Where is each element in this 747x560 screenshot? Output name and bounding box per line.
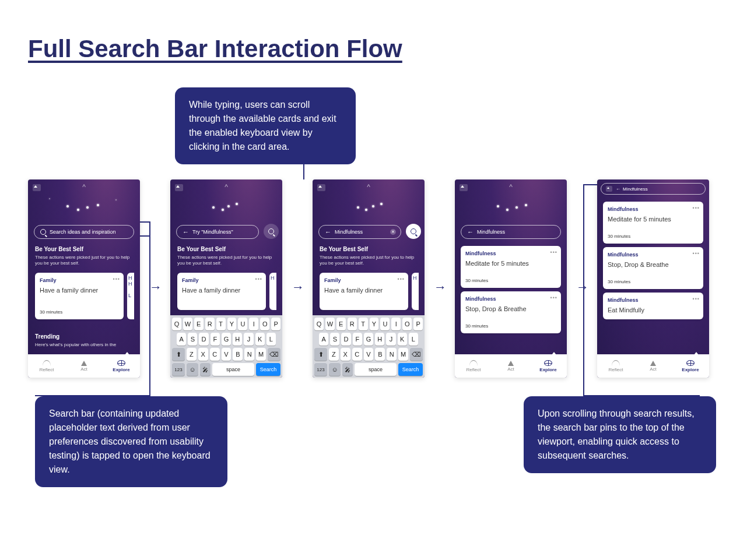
key-l[interactable]: L [266,333,276,346]
space-key[interactable]: space [212,363,254,376]
action-card[interactable]: Family ••• Have a family dinner [320,273,408,310]
key-a[interactable]: A [319,333,328,346]
back-icon[interactable]: ← [183,228,189,235]
tab-reflect[interactable]: Reflect [597,354,634,378]
key-s[interactable]: S [330,333,339,346]
key-a[interactable]: A [177,333,186,346]
search-button[interactable] [406,224,421,239]
more-icon[interactable]: ••• [550,249,557,255]
key-v[interactable]: V [222,348,232,361]
key-c[interactable]: C [352,348,362,361]
more-icon[interactable]: ••• [255,276,262,282]
keyboard-search-key[interactable]: Search [256,363,280,376]
key-i[interactable]: I [249,318,258,330]
shift-key[interactable]: ⬆ [314,348,327,361]
key-g[interactable]: G [364,333,373,346]
key-b[interactable]: B [233,348,243,361]
key-z[interactable]: Z [329,348,339,361]
search-input[interactable]: ← Mindfulness [461,225,561,239]
search-input[interactable]: ← Mindfulness ✕ [318,225,401,239]
key-k[interactable]: K [255,333,265,346]
key-k[interactable]: K [398,333,407,346]
key-x[interactable]: X [198,348,208,361]
mic-key[interactable]: 🎤︎ [200,363,211,376]
key-m[interactable]: M [398,348,408,361]
key-u[interactable]: U [238,318,247,330]
key-f[interactable]: F [211,333,220,346]
tab-explore[interactable]: Explore [672,354,709,378]
more-icon[interactable]: ••• [693,205,700,211]
space-key[interactable]: space [355,363,397,376]
tab-reflect[interactable]: Reflect [28,354,65,378]
num-key[interactable]: 123 [172,363,185,376]
key-d[interactable]: D [199,333,208,346]
key-b[interactable]: B [375,348,385,361]
key-l[interactable]: L [409,333,418,346]
key-n[interactable]: N [244,348,254,361]
key-m[interactable]: M [256,348,266,361]
action-card[interactable]: Family ••• Have a family dinner [177,273,266,310]
more-icon[interactable]: ••• [550,295,557,301]
key-y[interactable]: Y [227,318,237,330]
mic-key[interactable]: 🎤︎ [342,363,353,376]
key-o[interactable]: O [402,318,412,330]
search-input[interactable]: ← Try "Mindfulness" [176,225,259,239]
key-h[interactable]: H [233,333,242,346]
key-n[interactable]: N [387,348,397,361]
more-icon[interactable]: ••• [398,276,405,282]
search-input-pinned[interactable]: ← Mindfulness [601,183,706,195]
card-peek[interactable]: H [412,273,419,310]
key-r[interactable]: R [205,318,215,330]
keyboard-search-key[interactable]: Search [398,363,423,376]
key-f[interactable]: F [353,333,362,346]
key-e[interactable]: E [336,318,346,330]
key-v[interactable]: V [364,348,374,361]
action-card[interactable]: Family ••• Have a family dinner 30 minut… [35,273,124,319]
back-icon[interactable]: ← [467,228,474,235]
key-p[interactable]: P [271,318,280,330]
tab-act[interactable]: Act [492,354,529,378]
key-t[interactable]: T [216,318,226,330]
tab-explore[interactable]: Explore [529,354,567,378]
key-d[interactable]: D [341,333,350,346]
key-c[interactable]: C [210,348,220,361]
key-g[interactable]: G [222,333,231,346]
key-j[interactable]: J [386,333,395,346]
back-icon[interactable]: ← [616,186,620,192]
emoji-key[interactable]: ☺ [187,363,198,376]
card-peek[interactable]: HHL [127,273,134,319]
num-key[interactable]: 123 [314,363,327,376]
tab-explore[interactable]: Explore [103,354,140,378]
result-card[interactable]: Mindfulness ••• Meditate for 5 minutes 3… [461,246,561,288]
search-input[interactable]: Search ideas and inspiration [34,225,134,239]
more-icon[interactable]: ••• [693,251,700,256]
key-w[interactable]: W [183,318,192,330]
key-t[interactable]: T [359,318,368,330]
keyboard[interactable]: QWERTYUIOP ASDFGHJKL ⬆ ZXCVBNM ⌫ 123 ☺ 🎤… [313,315,425,378]
keyboard[interactable]: QWERTYUIOP ASDFGHJKL ⬆ ZXCVBNM ⌫ 123 ☺ 🎤… [170,315,282,378]
key-o[interactable]: O [260,318,269,330]
key-p[interactable]: P [413,318,423,330]
more-icon[interactable]: ••• [113,276,120,282]
key-h[interactable]: H [375,333,384,346]
key-q[interactable]: Q [172,318,181,330]
result-card[interactable]: Mindfulness ••• Stop, Drop & Breathe 30 … [461,291,561,333]
key-x[interactable]: X [341,348,350,361]
key-e[interactable]: E [194,318,204,330]
back-icon[interactable]: ← [325,228,331,235]
more-icon[interactable]: ••• [693,296,700,302]
card-peek[interactable]: H [269,273,276,310]
key-u[interactable]: U [380,318,390,330]
key-i[interactable]: I [391,318,401,330]
key-z[interactable]: Z [187,348,197,361]
key-w[interactable]: W [325,318,335,330]
key-j[interactable]: J [244,333,253,346]
result-card[interactable]: Mindfulness ••• Stop, Drop & Breathe 30 … [603,247,703,289]
key-y[interactable]: Y [370,318,379,330]
shift-key[interactable]: ⬆ [172,348,185,361]
emoji-key[interactable]: ☺ [329,363,341,376]
clear-icon[interactable]: ✕ [390,229,396,235]
result-card[interactable]: Mindfulness ••• Eat Mindfully [603,293,703,319]
tab-act[interactable]: Act [65,354,103,378]
tab-act[interactable]: Act [634,354,672,378]
